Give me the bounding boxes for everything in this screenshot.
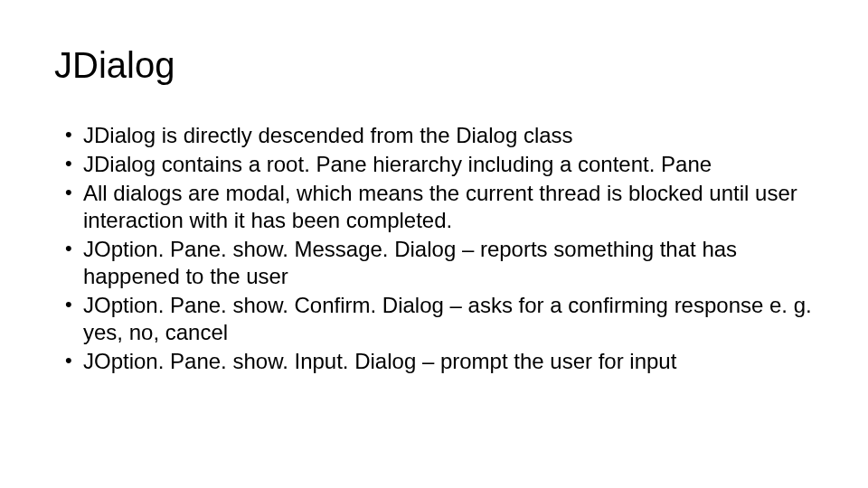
slide: JDialog JDialog is directly descended fr… — [0, 0, 868, 488]
bullet-item: JDialog is directly descended from the D… — [65, 122, 814, 149]
bullet-item: JOption. Pane. show. Confirm. Dialog – a… — [65, 292, 814, 346]
bullet-item: All dialogs are modal, which means the c… — [65, 180, 814, 234]
bullet-item: JOption. Pane. show. Input. Dialog – pro… — [65, 348, 814, 375]
bullet-item: JDialog contains a root. Pane hierarchy … — [65, 151, 814, 178]
bullet-list: JDialog is directly descended from the D… — [54, 122, 814, 375]
slide-title: JDialog — [54, 45, 814, 86]
bullet-item: JOption. Pane. show. Message. Dialog – r… — [65, 236, 814, 290]
